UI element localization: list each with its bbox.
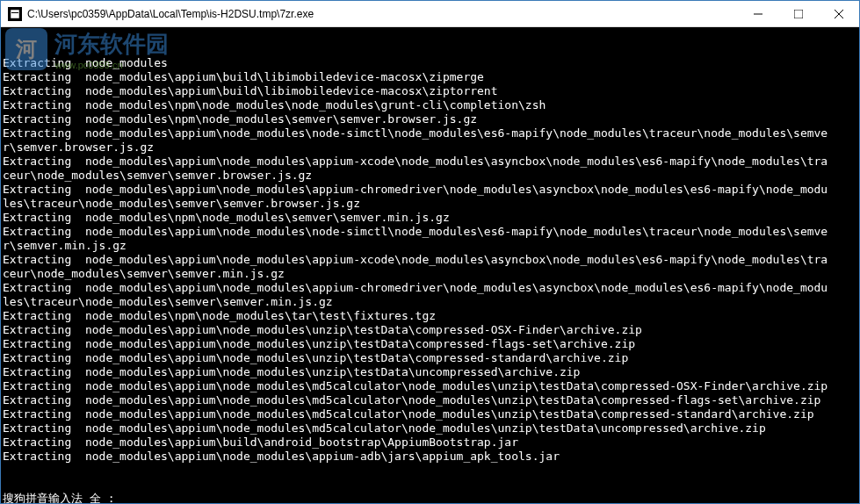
terminal-line: Extracting node_modules\appium\node_modu… bbox=[3, 126, 857, 140]
ime-status-bar: 搜狗拼音输入法 全 : bbox=[3, 492, 857, 503]
svg-rect-0 bbox=[11, 10, 19, 18]
terminal-line: Extracting node_modules\appium\build\lib… bbox=[3, 84, 857, 98]
app-icon bbox=[8, 7, 22, 21]
terminal-line: Extracting node_modules\appium\build\and… bbox=[3, 436, 857, 450]
terminal-line: Extracting node_modules\appium\node_modu… bbox=[3, 379, 857, 393]
window-controls bbox=[738, 1, 859, 26]
terminal-line: Extracting node_modules\npm\node_modules… bbox=[3, 211, 857, 225]
terminal-output[interactable]: Extracting node_modulesExtracting node_m… bbox=[1, 27, 859, 503]
terminal-line: Extracting node_modules\appium\node_modu… bbox=[3, 323, 857, 337]
terminal-line: Extracting node_modules\appium\node_modu… bbox=[3, 351, 857, 365]
terminal-line: Extracting node_modules\appium\node_modu… bbox=[3, 393, 857, 407]
svg-rect-1 bbox=[11, 12, 18, 13]
terminal-line: Extracting node_modules\appium\node_modu… bbox=[3, 450, 857, 464]
terminal-line: Extracting node_modules\appium\node_modu… bbox=[3, 407, 857, 421]
close-button[interactable] bbox=[819, 1, 859, 26]
minimize-button[interactable] bbox=[738, 1, 778, 26]
svg-rect-3 bbox=[794, 10, 803, 18]
terminal-text-content: Extracting node_modulesExtracting node_m… bbox=[3, 56, 857, 464]
terminal-line: Extracting node_modules\appium\node_modu… bbox=[3, 337, 857, 351]
terminal-line: Extracting node_modules\appium\build\lib… bbox=[3, 70, 857, 84]
terminal-line: Extracting node_modules bbox=[3, 56, 857, 70]
terminal-line: Extracting node_modules\appium\node_modu… bbox=[3, 253, 857, 267]
terminal-line: Extracting node_modules\appium\node_modu… bbox=[3, 155, 857, 169]
terminal-line: Extracting node_modules\npm\node_modules… bbox=[3, 112, 857, 126]
terminal-line: Extracting node_modules\npm\node_modules… bbox=[3, 309, 857, 323]
terminal-line: les\traceur\node_modules\semver\semver.b… bbox=[3, 197, 857, 211]
app-window: C:\Users\pc0359\AppData\Local\Temp\is-H2… bbox=[0, 0, 860, 504]
terminal-line: Extracting node_modules\appium\node_modu… bbox=[3, 225, 857, 239]
terminal-line: Extracting node_modules\npm\node_modules… bbox=[3, 98, 857, 112]
terminal-line: r\semver.min.js.gz bbox=[3, 239, 857, 253]
terminal-line: Extracting node_modules\appium\node_modu… bbox=[3, 281, 857, 295]
terminal-line: Extracting node_modules\appium\node_modu… bbox=[3, 421, 857, 436]
maximize-button[interactable] bbox=[778, 1, 819, 26]
terminal-line: r\semver.browser.js.gz bbox=[3, 140, 857, 155]
terminal-line: les\traceur\node_modules\semver\semver.m… bbox=[3, 295, 857, 309]
terminal-line: ceur\node_modules\semver\semver.browser.… bbox=[3, 169, 857, 183]
terminal-line: ceur\node_modules\semver\semver.min.js.g… bbox=[3, 267, 857, 281]
terminal-line: Extracting node_modules\appium\node_modu… bbox=[3, 183, 857, 197]
terminal-line: Extracting node_modules\appium\node_modu… bbox=[3, 365, 857, 379]
titlebar[interactable]: C:\Users\pc0359\AppData\Local\Temp\is-H2… bbox=[1, 1, 859, 27]
window-title: C:\Users\pc0359\AppData\Local\Temp\is-H2… bbox=[22, 8, 738, 20]
